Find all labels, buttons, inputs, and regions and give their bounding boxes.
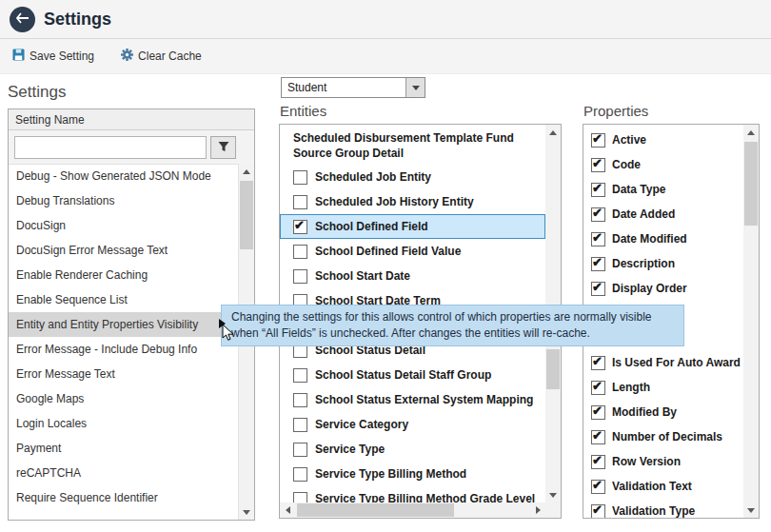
- checkbox[interactable]: [591, 381, 605, 395]
- setting-list-item[interactable]: DocuSign: [9, 213, 239, 238]
- property-list-item[interactable]: Date Added: [583, 202, 743, 227]
- clear-cache-label: Clear Cache: [138, 49, 202, 63]
- scroll-up-button[interactable]: [743, 125, 759, 140]
- property-label: Date Modified: [612, 232, 687, 246]
- setting-list-item[interactable]: DocuSign Error Message Text: [9, 238, 239, 263]
- entity-list-item[interactable]: Scheduled Job History Entity: [280, 189, 545, 214]
- checkbox[interactable]: [293, 443, 307, 457]
- checkbox[interactable]: [293, 170, 307, 185]
- setting-list-item[interactable]: Error Message Text: [9, 362, 239, 386]
- setting-list-item[interactable]: Require Sequence Identifier: [9, 485, 239, 510]
- entity-list-item[interactable]: Scheduled Job Entity: [280, 165, 545, 189]
- setting-list-item[interactable]: Debug Translations: [9, 188, 239, 213]
- entity-type-dropdown[interactable]: Student: [281, 77, 425, 98]
- setting-list-item[interactable]: Enable Renderer Caching: [9, 263, 239, 287]
- property-list-item[interactable]: Modified By: [583, 400, 743, 424]
- entity-list-item[interactable]: School Status Detail Staff Group: [280, 363, 545, 387]
- checkbox[interactable]: [591, 158, 605, 172]
- checkbox[interactable]: [591, 133, 605, 148]
- entity-list-item[interactable]: Scheduled Disbursement Template Fund Sou…: [280, 127, 545, 165]
- setting-list-item[interactable]: Error Message - Include Debug Info: [9, 337, 239, 362]
- entity-list-item[interactable]: School Status External System Mapping: [280, 387, 545, 412]
- property-list-item[interactable]: Data Type: [583, 177, 743, 202]
- property-list-item[interactable]: Row Version: [583, 449, 743, 474]
- entity-list-item[interactable]: School Start Date: [280, 264, 545, 288]
- checkbox[interactable]: [293, 467, 307, 482]
- checkbox[interactable]: [591, 504, 605, 519]
- clear-cache-button[interactable]: Clear Cache: [121, 49, 202, 64]
- dropdown-button[interactable]: [405, 78, 425, 97]
- setting-list-item[interactable]: Enable Sequence List: [9, 287, 239, 312]
- property-list-item[interactable]: Code: [583, 152, 743, 177]
- checkbox[interactable]: [591, 356, 605, 370]
- entity-label: School Defined Field: [315, 220, 428, 233]
- setting-list-item[interactable]: Payment: [9, 436, 239, 461]
- property-list-item[interactable]: Validation Type: [583, 499, 743, 518]
- tooltip: Changing the settings for this allows co…: [221, 305, 684, 346]
- property-list-item[interactable]: Is Used For Auto Award: [583, 350, 743, 375]
- checkbox[interactable]: [591, 257, 605, 271]
- scroll-left-button[interactable]: [280, 502, 295, 518]
- scroll-down-button[interactable]: [545, 487, 561, 502]
- checkbox[interactable]: [591, 480, 605, 494]
- property-list-item[interactable]: Validation Text: [583, 474, 743, 499]
- checkbox[interactable]: [591, 405, 605, 420]
- scroll-thumb[interactable]: [240, 181, 253, 249]
- checkbox[interactable]: [591, 232, 605, 246]
- filter-button[interactable]: [210, 136, 236, 159]
- scroll-thumb[interactable]: [546, 349, 560, 389]
- entities-horizontal-scrollbar[interactable]: [280, 502, 545, 518]
- scroll-thumb[interactable]: [297, 503, 454, 517]
- checkbox[interactable]: [293, 368, 307, 383]
- entity-list-item[interactable]: School Defined Field Value: [280, 239, 545, 264]
- save-setting-button[interactable]: Save Setting: [12, 49, 94, 64]
- checkbox[interactable]: [591, 207, 605, 222]
- entity-list-item[interactable]: Service Type Billing Method: [280, 462, 545, 486]
- entity-label: School Defined Field Value: [315, 245, 461, 258]
- scroll-up-button[interactable]: [545, 125, 561, 140]
- checkbox[interactable]: [293, 492, 307, 503]
- entity-list-item-selected[interactable]: School Defined Field: [280, 214, 545, 239]
- checkbox[interactable]: [293, 393, 307, 407]
- checkbox[interactable]: [591, 183, 605, 197]
- scroll-thumb[interactable]: [744, 142, 758, 226]
- scroll-right-button[interactable]: [530, 502, 545, 518]
- checkbox[interactable]: [293, 269, 307, 284]
- property-list-item[interactable]: Display Order: [583, 276, 743, 301]
- checkbox[interactable]: [293, 418, 307, 432]
- entity-label: School Status External System Mapping: [315, 393, 533, 406]
- property-list-item[interactable]: Date Modified: [583, 227, 743, 251]
- filter-input[interactable]: [14, 136, 207, 159]
- checkbox[interactable]: [591, 455, 605, 469]
- checkbox[interactable]: [293, 195, 307, 209]
- entity-label: Scheduled Disbursement Template Fund Sou…: [293, 131, 514, 160]
- triangle-left-icon: [286, 506, 290, 514]
- checkbox[interactable]: [591, 282, 605, 296]
- setting-list-item[interactable]: reCAPTCHA: [9, 461, 239, 485]
- setting-list-item[interactable]: Debug - Show Generated JSON Mode: [9, 164, 239, 188]
- setting-list-item[interactable]: Google Maps: [9, 386, 239, 411]
- checkbox[interactable]: [293, 245, 307, 259]
- dropdown-value: Student: [282, 81, 405, 94]
- property-label: Is Used For Auto Award: [612, 356, 741, 369]
- scroll-down-button[interactable]: [743, 502, 759, 518]
- property-list-item[interactable]: Description: [583, 251, 743, 276]
- setting-list-item[interactable]: Login Locales: [9, 411, 239, 436]
- property-list-item[interactable]: Number of Decimals: [583, 424, 743, 449]
- scroll-down-button[interactable]: [239, 504, 254, 520]
- setting-list-item-selected[interactable]: Entity and Entity Properties Visibility: [9, 312, 239, 337]
- properties-scrollbar[interactable]: [743, 125, 759, 518]
- entity-list-item[interactable]: Service Category: [280, 412, 545, 437]
- property-label: Active: [612, 133, 646, 147]
- back-button[interactable]: [10, 7, 35, 32]
- checkbox[interactable]: [293, 220, 307, 234]
- property-list-item[interactable]: Length: [583, 375, 743, 400]
- entity-label: Service Type: [315, 443, 385, 456]
- scroll-up-button[interactable]: [239, 164, 254, 179]
- entity-list-item[interactable]: Service Type Billing Method Grade Level: [280, 486, 545, 502]
- entity-list-item[interactable]: Service Type: [280, 437, 545, 462]
- triangle-up-icon: [243, 169, 250, 174]
- property-list-item[interactable]: Active: [583, 128, 743, 152]
- checkbox[interactable]: [591, 430, 605, 444]
- property-label: Validation Type: [612, 504, 695, 518]
